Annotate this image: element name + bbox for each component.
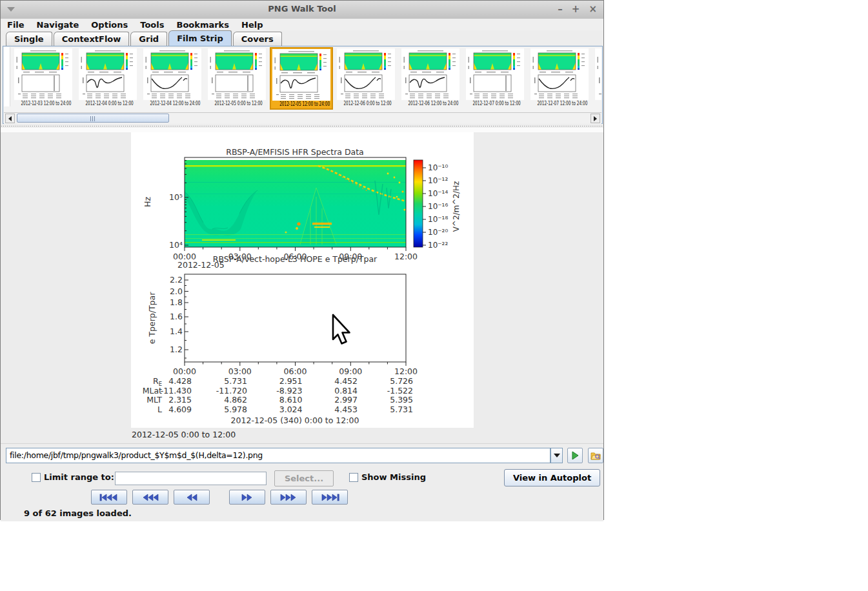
view-in-autoplot-button[interactable]: View in Autoplot	[504, 469, 600, 486]
thumbnail-label: 2012-12-05 12:00 to 24:00	[279, 101, 323, 107]
scrollbar-grip-icon	[90, 116, 96, 121]
jump-first-button[interactable]	[91, 490, 127, 505]
scroll-right-button[interactable]	[590, 114, 600, 123]
svg-text:5.978: 5.978	[224, 405, 247, 414]
maximize-button[interactable]: +	[572, 3, 580, 15]
svg-text:5.395: 5.395	[390, 395, 413, 405]
thumbnail[interactable]: 2012-12-06 12:00 to 24:00	[399, 47, 462, 110]
split-divider[interactable]	[1, 124, 603, 132]
next-button[interactable]	[229, 490, 265, 505]
image-footer: 2012-12-05 (340) 0:00 to 12:00	[231, 416, 359, 425]
cbar-tick-6: 10⁻²²	[428, 241, 448, 250]
thumbnail[interactable]: 2012-12-05 12:00 to 24:00	[270, 47, 333, 110]
forward-2-icon	[241, 494, 253, 501]
svg-text:-8.923: -8.923	[276, 386, 302, 396]
thumbnail-partial-left[interactable]	[4, 47, 10, 106]
menu-navigate[interactable]: Navigate	[37, 20, 79, 30]
svg-text:5.731: 5.731	[390, 405, 413, 414]
thumbnail-image	[337, 48, 395, 100]
window-title: PNG Walk Tool	[1, 4, 603, 14]
tab-grid[interactable]: Grid	[130, 32, 167, 46]
menu-options[interactable]: Options	[91, 20, 128, 30]
show-missing-checkbox[interactable]	[349, 473, 358, 482]
lower-plot-title: RBSP-A/vect-hope-L3 HOPE e Tperp/Tpar	[213, 254, 378, 264]
jump-last-button[interactable]	[312, 490, 348, 505]
thumbnail-label: 2012-12-07 12:00 to 24:00	[537, 101, 581, 106]
previous-button[interactable]	[174, 490, 210, 505]
navigation-buttons	[91, 490, 353, 505]
thumbnail-image	[143, 48, 201, 100]
tab-covers[interactable]: Covers	[233, 32, 282, 46]
cbar-tick-2: 10⁻¹⁴	[428, 189, 448, 198]
lower-plot-ylabel: e Tperp/Tpar	[147, 292, 157, 344]
template-url-input[interactable]: file:/home/jbf/tmp/pngwalk3/product_$Y$m…	[6, 448, 550, 463]
filmstrip-row: 2012-12-03 12:00 to 24:00	[4, 47, 601, 112]
lp-ytick-0: 2.2	[170, 275, 183, 285]
image-caption: 2012-12-05 0:00 to 12:00	[132, 430, 236, 439]
first-icon	[99, 494, 119, 501]
right-arrow-icon	[594, 116, 597, 121]
skip-forward-button[interactable]	[270, 490, 307, 505]
scrollbar-thumb[interactable]	[17, 114, 169, 123]
thumbnail[interactable]: 2012-12-07 12:00 to 24:00	[528, 47, 591, 110]
cbar-tick-3: 10⁻¹⁶	[428, 202, 448, 211]
svg-text:-11.430: -11.430	[161, 386, 192, 396]
row-label-mlat: MLat	[143, 386, 162, 396]
limit-range-input[interactable]	[115, 472, 267, 485]
tab-single[interactable]: Single	[6, 32, 52, 46]
svg-text:4.452: 4.452	[334, 376, 358, 386]
url-dropdown-button[interactable]	[550, 448, 563, 463]
menu-tools[interactable]: Tools	[140, 20, 164, 30]
limit-range-checkbox[interactable]	[32, 473, 41, 482]
cbar-tick-4: 10⁻¹⁸	[428, 215, 448, 224]
thumbnail[interactable]: 2012-12-03 12:00 to 24:00	[12, 47, 75, 110]
current-image[interactable]: RBSP-A/EMFISIS HFR Spectra Data	[131, 132, 474, 428]
filmstrip-scrollbar[interactable]	[4, 112, 601, 124]
thumbnail[interactable]: 2012-12-04 12:00 to 24:00	[141, 47, 204, 110]
thumbnail-image	[208, 48, 266, 100]
forward-3-icon	[280, 494, 297, 501]
thumbnail-image	[79, 48, 137, 100]
minimize-button[interactable]: –	[558, 3, 563, 15]
thumbnail-label: 2012-12-04 12:00 to 24:00	[150, 101, 194, 106]
filmstrip-panel: 2012-12-03 12:00 to 24:00	[3, 46, 603, 124]
lp-xtick-3: 09:00	[339, 366, 362, 376]
thumbnail[interactable]: 2012-12-06 0:00 to 12:00	[334, 47, 398, 110]
browse-button[interactable]	[588, 448, 603, 463]
thumbnail-label: 2012-12-05 0:00 to 12:00	[214, 101, 259, 106]
thumbnail[interactable]: 2012-12-04 0:00 to 12:00	[76, 47, 139, 110]
thumbnail-label: 2012-12-04 0:00 to 12:00	[85, 101, 130, 106]
go-button[interactable]	[567, 448, 583, 463]
thumbnail[interactable]: 2012-12-07 0:00 to 12:00	[463, 47, 527, 110]
thumbnail[interactable]: 2	[592, 47, 601, 110]
thumbnail-label: 2012-12-03 12:00 to 24:00	[21, 101, 65, 106]
scroll-left-button[interactable]	[5, 114, 15, 123]
tab-film-strip[interactable]: Film Strip	[168, 30, 232, 46]
thumbnail-image	[466, 48, 524, 100]
lp-xtick-1: 03:00	[228, 366, 252, 376]
skip-back-button[interactable]	[132, 490, 168, 505]
thumbnail[interactable]: 2012-12-05 0:00 to 12:00	[205, 47, 268, 110]
svg-text:-1.522: -1.522	[387, 386, 413, 396]
cbar-tick-0: 10⁻¹⁰	[428, 163, 448, 172]
svg-text:2.315: 2.315	[168, 395, 192, 405]
svg-text:8.610: 8.610	[279, 395, 303, 405]
close-button[interactable]: ×	[589, 3, 597, 15]
tab-contextflow[interactable]: ContextFlow	[54, 32, 130, 46]
play-icon	[570, 451, 580, 460]
thumbnail-image	[595, 48, 601, 100]
last-icon	[320, 494, 339, 501]
show-missing-label: Show Missing	[361, 472, 426, 482]
menu-help[interactable]: Help	[241, 20, 263, 30]
thumbnail-label: 2012-12-07 0:00 to 12:00	[472, 101, 517, 106]
lp-ytick-1: 2.0	[170, 286, 183, 296]
select-button[interactable]: Select...	[274, 470, 334, 486]
menu-file[interactable]: File	[7, 20, 25, 30]
thumbnail-image	[14, 48, 72, 100]
thumbnail-image	[401, 48, 459, 100]
lp-ytick-5: 1.2	[170, 345, 183, 354]
svg-text:4.862: 4.862	[224, 395, 247, 405]
menu-bookmarks[interactable]: Bookmarks	[176, 20, 229, 30]
titlebar[interactable]: PNG Walk Tool – + ×	[1, 1, 603, 19]
menubar: File Navigate Options Tools Bookmarks He…	[1, 19, 603, 30]
